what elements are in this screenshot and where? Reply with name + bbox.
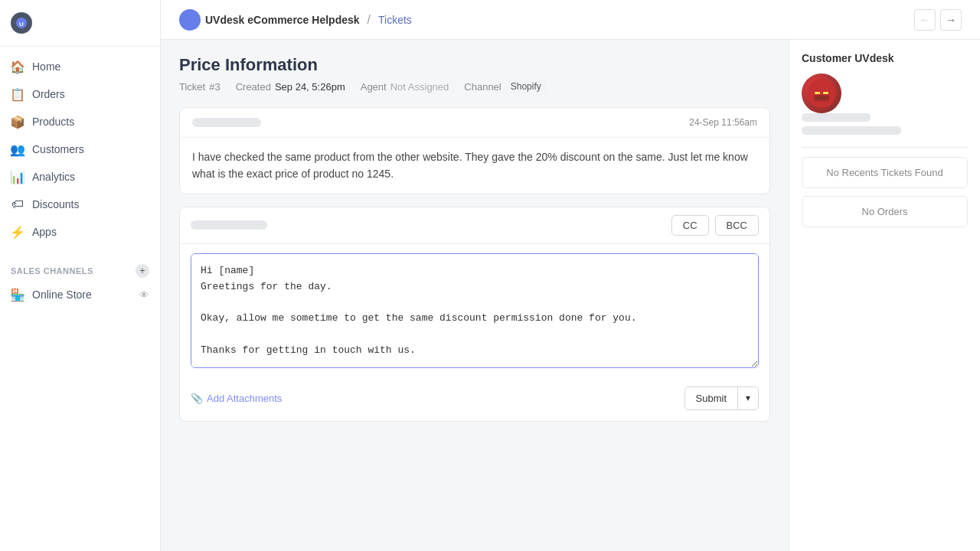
message-sender-blurred bbox=[192, 118, 261, 127]
ticket-meta: Ticket #3 Created Sep 24, 5:26pm Agent N… bbox=[179, 80, 770, 93]
no-orders: No Orders bbox=[802, 196, 968, 227]
svg-point-2 bbox=[183, 13, 197, 27]
sidebar-header: U bbox=[0, 0, 160, 47]
customer-avatar bbox=[802, 73, 841, 113]
products-icon: 📦 bbox=[11, 115, 24, 129]
message-card: 24-Sep 11:56am I have checked the same p… bbox=[179, 107, 770, 194]
sidebar-item-apps[interactable]: ⚡ Apps bbox=[0, 218, 160, 246]
svg-rect-8 bbox=[816, 97, 827, 99]
ticket-created-item: Created Sep 24, 5:26pm bbox=[236, 81, 345, 93]
sidebar-item-label: Apps bbox=[32, 226, 57, 238]
content-area: Price Information Ticket #3 Created Sep … bbox=[161, 40, 980, 551]
reply-textarea[interactable]: Hi [name] Greetings for the day. Okay, a… bbox=[191, 253, 759, 368]
message-time: 24-Sep 11:56am bbox=[689, 117, 757, 128]
sidebar-item-products[interactable]: 📦 Products bbox=[0, 108, 160, 135]
message-header: 24-Sep 11:56am bbox=[180, 108, 769, 138]
sidebar-nav: 🏠 Home 📋 Orders 📦 Products 👥 Customers 📊… bbox=[0, 47, 160, 252]
main-content: UVdesk eCommerce Helpdesk / Tickets ← → … bbox=[161, 0, 980, 551]
add-sales-channel-button[interactable]: + bbox=[136, 264, 149, 278]
topbar-brand: UVdesk eCommerce Helpdesk bbox=[205, 14, 360, 26]
ticket-channel-item: Channel Shopify bbox=[464, 80, 546, 93]
sidebar-item-home[interactable]: 🏠 Home bbox=[0, 53, 160, 80]
ticket-number-label: Ticket bbox=[179, 81, 205, 93]
reply-card: CC BCC Hi [name] Greetings for the day. … bbox=[179, 207, 770, 422]
ticket-channel-badge: Shopify bbox=[505, 80, 547, 93]
sidebar-item-label: Orders bbox=[32, 88, 65, 100]
svg-rect-6 bbox=[815, 92, 820, 94]
sidebar-logo-icon: U bbox=[11, 12, 32, 34]
reply-header: CC BCC bbox=[180, 207, 769, 244]
analytics-icon: 📊 bbox=[11, 170, 24, 184]
topbar-navigation: ← → bbox=[914, 9, 962, 31]
reply-editor: Hi [name] Greetings for the day. Okay, a… bbox=[180, 244, 769, 380]
bcc-button[interactable]: BCC bbox=[715, 215, 759, 236]
ticket-title: Price Information bbox=[179, 55, 318, 75]
right-panel: Customer UVdesk bbox=[789, 40, 980, 551]
svg-rect-7 bbox=[823, 92, 828, 94]
ticket-agent-value: Not Assigned bbox=[390, 81, 449, 93]
ticket-area: Price Information Ticket #3 Created Sep … bbox=[161, 40, 789, 551]
forward-arrow-button[interactable]: → bbox=[940, 9, 962, 31]
sidebar-item-customers[interactable]: 👥 Customers bbox=[0, 135, 160, 163]
ticket-number: #3 bbox=[209, 81, 220, 93]
sales-channels-label: SALES CHANNELS bbox=[11, 266, 93, 276]
message-body: I have checked the same product from the… bbox=[180, 138, 769, 194]
home-icon: 🏠 bbox=[11, 60, 24, 73]
customers-icon: 👥 bbox=[11, 142, 24, 156]
ticket-channel-label: Channel bbox=[464, 81, 501, 93]
reply-footer: 📎 Add Attachments Submit ▾ bbox=[180, 380, 769, 421]
ticket-title-row: Price Information bbox=[179, 55, 770, 75]
online-store-icon: 🏪 bbox=[11, 288, 24, 302]
attach-label: Add Attachments bbox=[207, 393, 282, 404]
sidebar-item-label: Online Store bbox=[32, 289, 92, 301]
sidebar-item-label: Analytics bbox=[32, 171, 75, 183]
sidebar-item-label: Discounts bbox=[32, 198, 79, 210]
paperclip-icon: 📎 bbox=[191, 393, 203, 404]
ticket-number-item: Ticket #3 bbox=[179, 81, 220, 93]
discounts-icon: 🏷 bbox=[11, 197, 24, 211]
reply-header-buttons: CC BCC bbox=[671, 215, 759, 236]
customer-email-blurred bbox=[802, 126, 901, 135]
ticket-agent-item: Agent Not Assigned bbox=[361, 81, 449, 93]
add-attachments-link[interactable]: 📎 Add Attachments bbox=[191, 393, 282, 404]
sidebar-item-label: Customers bbox=[32, 143, 84, 155]
ticket-created-value: Sep 24, 5:26pm bbox=[275, 81, 345, 93]
orders-icon: 📋 bbox=[11, 87, 24, 101]
topbar-separator: / bbox=[368, 13, 371, 27]
cc-button[interactable]: CC bbox=[671, 215, 709, 236]
topbar-logo-icon bbox=[179, 9, 201, 31]
sidebar-item-orders[interactable]: 📋 Orders bbox=[0, 80, 160, 108]
customer-title: Customer UVdesk bbox=[802, 52, 968, 64]
topbar-tickets-link[interactable]: Tickets bbox=[378, 14, 412, 26]
submit-button[interactable]: Submit ▾ bbox=[684, 386, 759, 410]
reply-to-blurred bbox=[191, 220, 267, 230]
back-arrow-button[interactable]: ← bbox=[914, 9, 936, 31]
topbar: UVdesk eCommerce Helpdesk / Tickets ← → bbox=[161, 0, 980, 40]
sidebar-item-label: Home bbox=[32, 60, 60, 73]
submit-button-wrap: Submit ▾ bbox=[684, 386, 759, 410]
ticket-agent-label: Agent bbox=[361, 81, 387, 93]
ticket-created-label: Created bbox=[236, 81, 271, 93]
sidebar: U 🏠 Home 📋 Orders 📦 Products 👥 Customers… bbox=[0, 0, 161, 551]
customer-name-blurred bbox=[802, 113, 871, 122]
sidebar-item-discounts[interactable]: 🏷 Discounts bbox=[0, 191, 160, 218]
sales-channels-section: SALES CHANNELS + bbox=[0, 258, 160, 281]
svg-text:U: U bbox=[19, 21, 24, 28]
customer-section: Customer UVdesk bbox=[802, 52, 968, 135]
submit-dropdown-arrow: ▾ bbox=[738, 387, 758, 409]
no-recent-tickets: No Recents Tickets Found bbox=[802, 157, 968, 188]
apps-icon: ⚡ bbox=[11, 225, 24, 239]
sidebar-item-online-store[interactable]: 🏪 Online Store 👁 bbox=[0, 281, 160, 308]
submit-label: Submit bbox=[685, 387, 738, 409]
eye-icon: 👁 bbox=[139, 289, 149, 301]
sidebar-item-label: Products bbox=[32, 116, 74, 128]
sidebar-item-analytics[interactable]: 📊 Analytics bbox=[0, 163, 160, 191]
